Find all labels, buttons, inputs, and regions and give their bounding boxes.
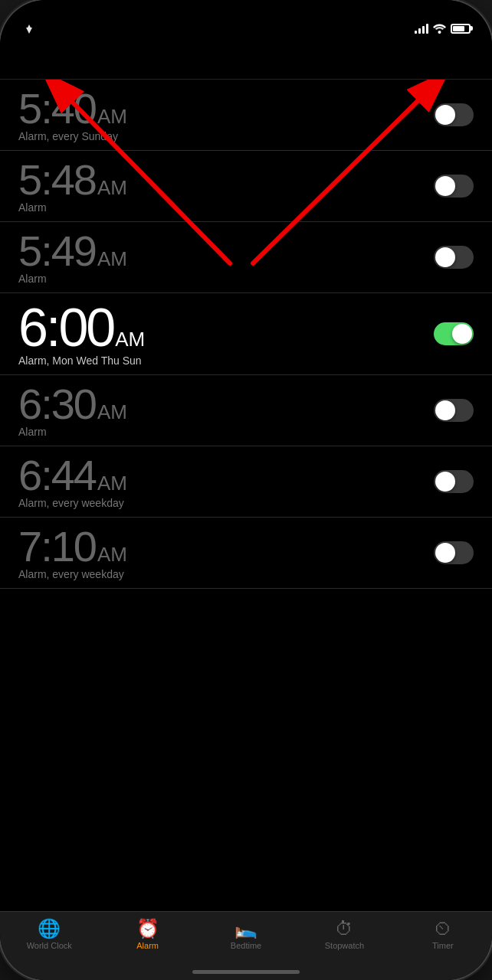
world-clock-icon: 🌐	[38, 920, 61, 938]
alarm-item[interactable]: 6:00 AM Alarm, Mon Wed Thu Sun	[0, 293, 492, 375]
alarm-ampm: AM	[97, 176, 127, 200]
bedtime-label: Bedtime	[231, 941, 261, 950]
alarm-time: 5:48	[18, 158, 96, 201]
toggle-knob	[435, 105, 455, 125]
alarm-ampm: AM	[97, 247, 127, 271]
tab-alarm[interactable]: ⏰ Alarm	[98, 920, 196, 950]
alarm-time: 6:00	[18, 301, 113, 354]
toggle-knob	[435, 543, 455, 563]
alarms-list: 5:40 AM Alarm, every Sunday 5:48 AM Alar…	[0, 80, 492, 589]
alarm-toggle[interactable]	[434, 541, 474, 564]
stopwatch-label: Stopwatch	[325, 941, 364, 950]
toggle-knob	[435, 176, 455, 196]
signal-icon	[415, 23, 428, 34]
alarm-item[interactable]: 5:49 AM Alarm	[0, 222, 492, 293]
alarm-info: 5:48 AM Alarm	[18, 158, 434, 214]
tab-stopwatch[interactable]: ⏱ Stopwatch	[295, 920, 393, 950]
alarm-item[interactable]: 7:10 AM Alarm, every weekday	[0, 518, 492, 589]
alarm-icon: ⏰	[136, 920, 159, 938]
timer-icon: ⏲	[434, 920, 452, 938]
tab-bedtime[interactable]: 🛌 Bedtime	[197, 920, 295, 950]
toggle-knob	[452, 324, 472, 344]
alarm-item[interactable]: 6:30 AM Alarm	[0, 375, 492, 446]
alarm-toggle[interactable]	[434, 470, 474, 493]
home-indicator[interactable]	[192, 970, 300, 974]
notch	[169, 0, 323, 24]
bedtime-icon: 🛌	[235, 920, 257, 938]
alarm-toggle[interactable]	[434, 103, 474, 126]
status-icons	[415, 23, 471, 34]
tab-timer[interactable]: ⏲ Timer	[394, 920, 492, 950]
alarm-info: 6:00 AM Alarm, Mon Wed Thu Sun	[18, 301, 434, 367]
alarm-info: 5:40 AM Alarm, every Sunday	[18, 87, 434, 142]
alarm-label: Alarm, every weekday	[18, 497, 434, 509]
alarm-info: 7:10 AM Alarm, every weekday	[18, 525, 434, 580]
navigation-bar	[0, 38, 492, 80]
alarm-ampm: AM	[97, 400, 127, 424]
phone-screen: 5:40 AM Alarm, every Sunday 5:48 AM Alar…	[0, 0, 492, 980]
alarm-ampm: AM	[97, 105, 127, 129]
alarm-time: 5:40	[18, 87, 96, 130]
wifi-icon	[433, 24, 446, 34]
timer-label: Timer	[432, 941, 454, 950]
alarm-item[interactable]: 5:40 AM Alarm, every Sunday	[0, 80, 492, 151]
alarm-info: 6:44 AM Alarm, every weekday	[18, 454, 434, 509]
alarm-time: 7:10	[18, 525, 96, 568]
battery-icon	[451, 24, 471, 34]
alarm-toggle[interactable]	[434, 399, 474, 422]
alarm-info: 6:30 AM Alarm	[18, 383, 434, 438]
alarm-time: 5:49	[18, 230, 96, 273]
world-clock-label: World Clock	[27, 941, 72, 950]
svg-point-0	[438, 31, 441, 34]
alarm-time: 6:30	[18, 383, 96, 426]
toggle-knob	[435, 472, 455, 492]
alarm-label: Alarm, Mon Wed Thu Sun	[18, 354, 434, 367]
alarm-label: Alarm	[136, 941, 159, 950]
toggle-knob	[435, 247, 455, 267]
alarm-ampm: AM	[97, 472, 127, 495]
location-icon	[25, 24, 34, 34]
alarm-time: 6:44	[18, 454, 96, 497]
alarm-item[interactable]: 5:48 AM Alarm	[0, 151, 492, 222]
alarm-toggle[interactable]	[434, 175, 474, 198]
alarm-item[interactable]: 6:44 AM Alarm, every weekday	[0, 446, 492, 518]
alarm-ampm: AM	[115, 328, 145, 351]
alarm-label: Alarm, every Sunday	[18, 130, 434, 142]
alarm-ampm: AM	[97, 543, 127, 567]
toggle-knob	[435, 400, 455, 420]
alarm-toggle[interactable]	[434, 246, 474, 269]
phone-frame: 5:40 AM Alarm, every Sunday 5:48 AM Alar…	[0, 0, 492, 980]
stopwatch-icon: ⏱	[335, 920, 353, 938]
alarm-label: Alarm, every weekday	[18, 568, 434, 580]
alarm-info: 5:49 AM Alarm	[18, 230, 434, 285]
alarm-toggle[interactable]	[434, 322, 474, 345]
tab-world-clock[interactable]: 🌐 World Clock	[0, 920, 98, 950]
